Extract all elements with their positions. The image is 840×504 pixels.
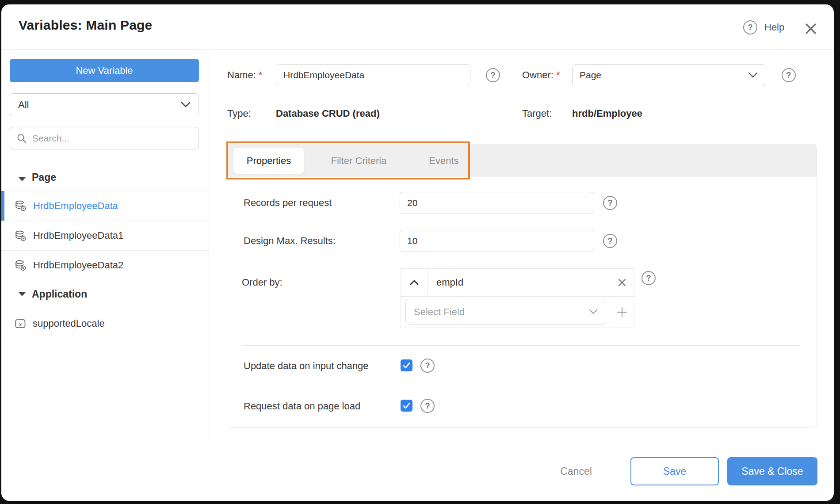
sidebar-section-application[interactable]: Application xyxy=(1,280,209,308)
order-by-field-input[interactable] xyxy=(428,277,610,288)
variable-list: Page HrdbEmployeeData xyxy=(1,149,209,339)
name-label: Name:* xyxy=(227,69,262,81)
design-max-results-help-icon[interactable] xyxy=(603,234,617,248)
select-field-dropdown[interactable]: Select Field xyxy=(405,300,606,325)
records-per-request-help-icon[interactable] xyxy=(603,196,617,210)
request-data-help-icon[interactable] xyxy=(420,399,435,413)
variable-type-filter-dropdown[interactable]: All xyxy=(10,93,199,116)
dialog-title: Variables: Main Page xyxy=(19,18,152,33)
variables-sidebar: New Variable All Page xyxy=(1,50,209,441)
tab-filter-criteria[interactable]: Filter Criteria xyxy=(318,144,400,177)
owner-value: Page xyxy=(580,70,601,80)
database-variable-icon xyxy=(15,230,27,242)
required-asterisk: * xyxy=(556,69,560,80)
variable-type-filter-value: All xyxy=(18,99,29,111)
sort-direction-toggle[interactable] xyxy=(401,269,428,296)
design-max-results-label: Design Max. Results: xyxy=(244,235,336,247)
remove-sort-field-button[interactable] xyxy=(610,269,634,296)
type-value: Database CRUD (read) xyxy=(276,108,380,119)
variable-detail-pane: Name:* Owner:* Page Type: Database CRUD … xyxy=(209,50,834,441)
chevron-down-icon xyxy=(748,72,758,78)
sidebar-section-page[interactable]: Page xyxy=(1,149,209,191)
variable-settings-panel: Properties Filter Criteria Events Record… xyxy=(227,144,817,428)
order-by-label: Order by: xyxy=(242,277,283,288)
cancel-button[interactable]: Cancel xyxy=(547,441,605,501)
collapse-triangle-icon xyxy=(19,292,26,296)
required-asterisk: * xyxy=(259,69,263,80)
help-icon[interactable] xyxy=(743,20,757,34)
check-icon xyxy=(402,361,411,370)
design-max-results-input[interactable] xyxy=(400,230,594,252)
sidebar-item-hrdbemployeedata1[interactable]: HrdbEmployeeData1 xyxy=(1,221,209,251)
sidebar-item-supportedlocale[interactable]: x supportedLocale xyxy=(1,308,209,339)
x-mark-icon xyxy=(618,278,626,287)
search-icon xyxy=(16,133,27,144)
tab-properties[interactable]: Properties xyxy=(233,148,304,174)
records-per-request-input[interactable] xyxy=(400,192,594,214)
check-icon xyxy=(402,401,411,410)
owner-dropdown[interactable]: Page xyxy=(572,64,765,86)
variables-dialog: Variables: Main Page Help New Variable A… xyxy=(1,4,834,501)
section-divider xyxy=(242,345,800,346)
chevron-down-icon xyxy=(181,102,191,108)
search-input[interactable] xyxy=(32,133,192,144)
type-label: Type: xyxy=(227,108,251,119)
database-variable-icon xyxy=(15,200,27,212)
save-and-close-button[interactable]: Save & Close xyxy=(727,457,817,485)
owner-label: Owner:* xyxy=(522,69,560,81)
name-help-icon[interactable] xyxy=(486,68,500,82)
target-label: Target: xyxy=(522,108,552,119)
request-data-on-page-load-checkbox[interactable] xyxy=(401,400,412,412)
add-sort-field-button[interactable] xyxy=(610,297,634,328)
sidebar-item-hrdbemployeedata[interactable]: HrdbEmployeeData xyxy=(1,191,209,221)
collapse-triangle-icon xyxy=(19,177,26,181)
name-input[interactable] xyxy=(276,64,470,86)
sidebar-item-hrdbemployeedata2[interactable]: HrdbEmployeeData2 xyxy=(1,251,209,280)
owner-help-icon[interactable] xyxy=(782,68,796,82)
tab-bar: Properties Filter Criteria Events xyxy=(227,144,817,177)
new-variable-button[interactable]: New Variable xyxy=(10,59,199,82)
variable-search-box xyxy=(10,127,199,149)
dialog-footer: Cancel Save Save & Close xyxy=(1,441,834,501)
records-per-request-label: Records per request xyxy=(244,197,332,209)
dialog-header: Variables: Main Page Help xyxy=(1,4,834,50)
order-by-help-icon[interactable] xyxy=(641,271,656,285)
update-data-help-icon[interactable] xyxy=(420,359,435,373)
tab-events[interactable]: Events xyxy=(411,144,477,177)
plus-icon xyxy=(617,307,627,317)
request-data-on-page-load-label: Request data on page load xyxy=(244,401,360,412)
help-link[interactable]: Help xyxy=(764,22,784,33)
chevron-up-icon xyxy=(410,280,419,285)
order-by-widget: Select Field xyxy=(401,268,634,328)
select-field-placeholder: Select Field xyxy=(414,306,465,318)
save-button[interactable]: Save xyxy=(630,457,719,485)
static-variable-icon: x xyxy=(15,318,26,329)
chevron-down-icon xyxy=(589,309,598,315)
update-data-on-input-change-checkbox[interactable] xyxy=(401,359,412,371)
database-variable-icon xyxy=(15,260,27,271)
update-data-on-input-change-label: Update data on input change xyxy=(244,360,369,372)
target-value: hrdb/Employee xyxy=(572,108,642,119)
close-icon[interactable] xyxy=(804,22,817,35)
svg-text:x: x xyxy=(19,321,22,327)
backdrop: Variables: Main Page Help New Variable A… xyxy=(0,0,840,504)
